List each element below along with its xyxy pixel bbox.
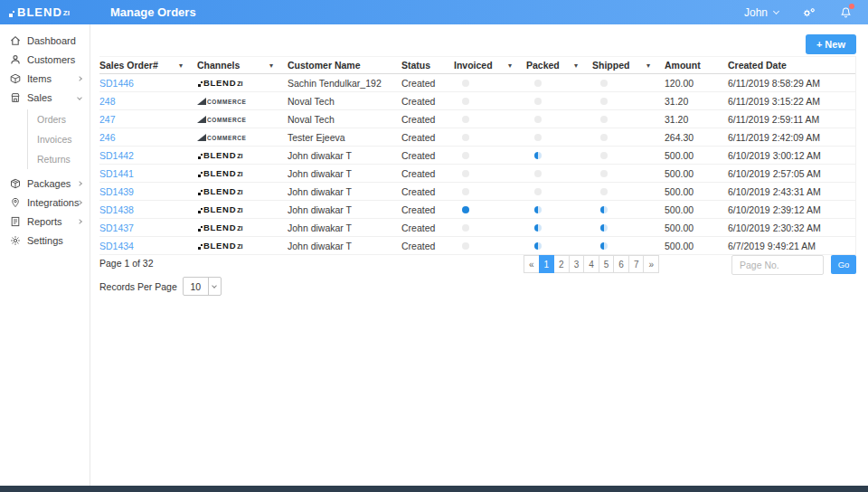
pager-next-button[interactable]: »	[643, 255, 659, 273]
packed-status-dot	[534, 98, 542, 105]
app-logo[interactable]: BLEND ZI	[0, 6, 101, 18]
shipped-status-dot	[600, 206, 608, 213]
order-link[interactable]: 248	[99, 96, 116, 107]
table-row[interactable]: SD1446 BLEND ZI COMMERCE Sachin Tendulka…	[99, 74, 855, 92]
channel-cell: BLEND ZI COMMERCE	[197, 114, 288, 125]
sales-order-cell: 247	[99, 114, 197, 125]
blendzi-logo-mark-icon	[197, 187, 203, 195]
pager-prev-button[interactable]: «	[524, 255, 540, 273]
sidebar-subitem-returns[interactable]: Returns	[28, 149, 90, 169]
shipped-status-dot	[600, 116, 608, 123]
shipped-cell	[592, 114, 665, 125]
order-link[interactable]: SD1441	[99, 168, 134, 179]
order-link[interactable]: SD1434	[99, 241, 134, 251]
pager-page-button[interactable]: 6	[613, 255, 629, 273]
table-row[interactable]: SD1434 BLEND ZI COMMERCE John diwakar T …	[99, 237, 855, 255]
sidebar-item-packages[interactable]: Packages	[0, 174, 90, 193]
channel-cell: BLEND ZI COMMERCE	[197, 204, 288, 215]
sales-order-cell: 248	[99, 96, 197, 107]
user-menu[interactable]: John	[744, 6, 778, 19]
customer-name-cell: John diwakar T	[288, 241, 401, 251]
shipped-cell	[592, 96, 665, 107]
column-header-invoiced[interactable]: Invoiced ▾	[454, 60, 526, 71]
sort-caret-icon[interactable]: ▾	[179, 62, 183, 70]
sidebar-item-reports[interactable]: Reports	[0, 212, 90, 231]
status-cell: Created	[401, 186, 454, 197]
amount-cell: 500.00	[665, 168, 728, 179]
sidebar-item-label: Items	[27, 73, 52, 84]
customer-name-cell: John diwakar T	[288, 168, 401, 179]
packed-status-dot	[534, 80, 542, 87]
sidebar-subitem-orders[interactable]: Orders	[28, 109, 90, 129]
pager-page-button[interactable]: 7	[628, 255, 645, 273]
column-header-channels[interactable]: Channels ▾	[197, 60, 288, 71]
amount-cell: 500.00	[665, 150, 728, 161]
order-link[interactable]: SD1442	[99, 150, 134, 161]
sidebar-item-items[interactable]: Items	[0, 69, 90, 88]
table-row[interactable]: SD1441 BLEND ZI COMMERCE John diwakar T …	[99, 165, 855, 183]
column-header-shipped[interactable]: Shipped ▾	[592, 60, 665, 71]
blendzi-channel-logo: BLEND ZI	[197, 186, 242, 196]
table-header-row: Sales Order# ▾ Channels ▾ Customer Name …	[99, 56, 855, 74]
chevron-right-icon	[77, 219, 82, 224]
order-link[interactable]: 247	[99, 114, 116, 125]
pager-page-button[interactable]: 5	[599, 255, 615, 273]
go-button[interactable]: Go	[831, 255, 856, 274]
invoiced-status-dot	[462, 80, 469, 87]
order-link[interactable]: 246	[99, 132, 116, 143]
table-row[interactable]: 246 BLEND ZI COMMERCE Tester Ejeeva Crea…	[99, 128, 855, 147]
table-row[interactable]: SD1439 BLEND ZI COMMERCE John diwakar T …	[99, 183, 855, 201]
order-link[interactable]: SD1437	[99, 222, 134, 233]
shipped-cell	[592, 186, 665, 197]
sidebar-item-sales[interactable]: Sales	[0, 88, 90, 107]
column-header-packed[interactable]: Packed ▾	[526, 60, 592, 71]
order-link[interactable]: SD1439	[99, 186, 134, 197]
pager-page-button[interactable]: 4	[583, 255, 599, 273]
pager-page-button[interactable]: 2	[553, 255, 570, 273]
packed-status-dot	[534, 206, 542, 213]
table-row[interactable]: SD1442 BLEND ZI COMMERCE John diwakar T …	[99, 147, 855, 165]
table-row[interactable]: 248 BLEND ZI COMMERCE Noval Tech Created…	[99, 92, 855, 110]
column-header-created-date: Created Date	[728, 60, 855, 71]
customer-name-cell: John diwakar T	[288, 186, 401, 197]
sidebar-subitem-invoices[interactable]: Invoices	[28, 129, 90, 149]
blendzi-channel-logo: BLEND ZI	[197, 150, 242, 160]
sidebar-item-settings[interactable]: Settings	[0, 231, 90, 250]
packed-cell	[526, 186, 592, 197]
blendzi-logo-mark-icon	[197, 79, 203, 87]
sidebar-item-integrations[interactable]: Integrations	[0, 193, 90, 212]
table-row[interactable]: SD1437 BLEND ZI COMMERCE John diwakar T …	[99, 219, 855, 237]
shipped-status-dot	[600, 170, 608, 177]
invoiced-cell	[454, 204, 526, 215]
table-row[interactable]: SD1438 BLEND ZI COMMERCE John diwakar T …	[99, 201, 855, 219]
sort-caret-icon[interactable]: ▾	[269, 62, 273, 70]
status-cell: Created	[401, 132, 454, 143]
sort-caret-icon[interactable]: ▾	[508, 62, 512, 70]
status-cell: Created	[401, 114, 454, 125]
sidebar-item-dashboard[interactable]: Dashboard	[0, 31, 90, 50]
sort-caret-icon[interactable]: ▾	[646, 62, 650, 70]
created-date-cell: 6/7/2019 9:49:21 AM	[728, 241, 855, 251]
notification-badge	[849, 4, 854, 9]
table-row[interactable]: 247 BLEND ZI COMMERCE Noval Tech Created…	[99, 110, 855, 128]
column-header-sales-order[interactable]: Sales Order# ▾	[99, 60, 197, 71]
order-link[interactable]: SD1446	[99, 78, 134, 89]
shipped-cell	[592, 204, 665, 215]
order-link[interactable]: SD1438	[99, 204, 134, 215]
new-order-button[interactable]: + New	[806, 34, 856, 54]
customer-name-cell: Noval Tech	[288, 114, 401, 125]
records-per-page-select[interactable]: 10	[183, 277, 222, 296]
orders-table: Sales Order# ▾ Channels ▾ Customer Name …	[99, 56, 856, 255]
pager-page-button[interactable]: 1	[539, 255, 555, 273]
pager-page-button[interactable]: 3	[569, 255, 585, 273]
pagination-left: Page 1 of 32 Records Per Page 10	[99, 255, 222, 296]
page-number-input[interactable]	[731, 255, 824, 275]
invoiced-cell	[454, 132, 526, 143]
package-icon	[10, 178, 21, 189]
sort-caret-icon[interactable]: ▾	[574, 62, 578, 70]
customer-name-cell: John diwakar T	[288, 150, 401, 161]
admin-gears-button[interactable]	[802, 6, 816, 19]
notifications-button[interactable]	[840, 6, 852, 19]
footer-bar	[0, 486, 868, 492]
sidebar-item-customers[interactable]: Customers	[0, 50, 90, 69]
